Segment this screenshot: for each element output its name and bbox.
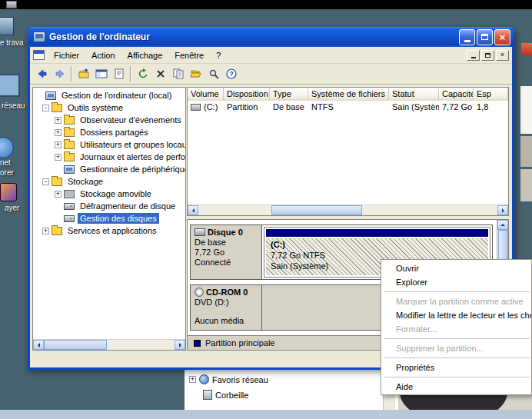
item-label: Favoris réseau — [212, 375, 268, 384]
menu-action[interactable]: Action — [85, 48, 121, 62]
menu-item-ouvrir[interactable]: Ouvrir — [381, 261, 531, 275]
expand-icon[interactable]: + — [55, 141, 62, 148]
table-row[interactable]: (C:) Partition De base NTFS Sain (Systèm… — [188, 101, 508, 113]
cell-statut: Sain (Système) — [389, 102, 439, 111]
desktop-icon-label[interactable]: e trava — [0, 38, 24, 47]
menu-separator — [384, 377, 530, 377]
cdrom-drive: DVD (D:) — [195, 298, 258, 308]
mdi-minimize-button[interactable] — [467, 50, 480, 61]
tree-item-corbeille[interactable]: Corbeille — [203, 390, 248, 400]
cdrom-label[interactable]: CD-ROM 0 DVD (D:) Aucun média — [191, 285, 262, 330]
tree-item-journaux-alertes[interactable]: + Journaux et alertes de perfo — [33, 151, 185, 163]
desktop-icon-label[interactable]: net — [0, 158, 11, 167]
expand-icon[interactable]: + — [55, 191, 62, 198]
menu-fenetre[interactable]: Fenêtre — [168, 48, 210, 62]
expand-icon[interactable]: + — [55, 129, 62, 136]
tree-item-gestion-des-disques[interactable]: Gestion des disques — [33, 212, 185, 224]
tree-item-defragmenteur[interactable]: Défragmenteur de disque — [33, 200, 185, 212]
collapse-icon[interactable]: - — [42, 105, 49, 111]
toolbar-separator — [130, 66, 131, 81]
up-one-level-icon[interactable] — [75, 65, 92, 82]
computer-management-icon — [33, 32, 45, 42]
column-header-filesystem[interactable]: Système de fichiers — [308, 88, 389, 101]
expand-icon[interactable]: + — [55, 117, 62, 124]
menu-separator — [384, 338, 530, 339]
network-icon — [199, 374, 209, 384]
column-header-statut[interactable]: Statut — [389, 88, 439, 101]
menu-fichier[interactable]: Fichier — [48, 48, 85, 62]
column-header-disposition[interactable]: Disposition — [224, 88, 270, 101]
export-list-icon[interactable] — [169, 65, 187, 82]
mdi-restore-button[interactable] — [481, 50, 494, 61]
desktop-icon-internet-explorer[interactable] — [0, 137, 14, 158]
cell-type: De base — [270, 102, 308, 111]
desktop-icon-travail[interactable] — [0, 17, 14, 35]
help-icon[interactable]: ? — [222, 65, 240, 82]
tree-item-stockage[interactable]: - Stockage — [33, 175, 185, 188]
edge-window-fragment — [520, 86, 532, 134]
title-bar[interactable]: Gestion de l'ordinateur × — [28, 27, 514, 47]
expand-icon[interactable]: + — [55, 154, 62, 161]
tree-item-dossiers-partages[interactable]: + Dossiers partagés — [33, 126, 185, 138]
close-button[interactable]: × — [494, 29, 510, 45]
scrollbar-thumb[interactable] — [44, 340, 107, 350]
cell-capacite: 7,72 Go — [439, 102, 474, 111]
minimize-button[interactable] — [459, 29, 475, 45]
menu-item-marquer-active: Marquer la partition comme active — [381, 294, 531, 308]
shared-folder-icon — [64, 128, 75, 137]
list-horizontal-scrollbar[interactable] — [188, 205, 508, 215]
column-header-espace[interactable]: Esp — [474, 88, 508, 101]
forward-icon[interactable] — [51, 65, 68, 82]
maximize-button[interactable] — [477, 29, 493, 45]
properties-icon[interactable] — [110, 65, 128, 82]
tree-item-utilisateurs-groupes[interactable]: + Utilisateurs et groupes locau — [33, 138, 185, 151]
menu-aide[interactable]: ? — [210, 48, 227, 62]
disk0-name: Disque 0 — [208, 228, 243, 237]
expand-icon[interactable]: + — [189, 376, 196, 383]
cdrom-icon — [195, 288, 204, 297]
scroll-left-icon[interactable] — [33, 340, 44, 350]
menu-affichage[interactable]: Affichage — [121, 48, 169, 62]
menu-item-explorer[interactable]: Explorer — [381, 275, 531, 289]
search-icon[interactable] — [204, 65, 222, 82]
collapse-icon[interactable]: - — [42, 178, 49, 185]
scroll-left-icon[interactable] — [188, 205, 198, 215]
storage-icon — [52, 178, 62, 186]
desktop-icon-reseau[interactable] — [0, 74, 20, 97]
column-header-type[interactable]: Type — [270, 88, 308, 101]
tree-item-label: Journaux et alertes de perfo — [78, 151, 185, 162]
desktop-icon-label[interactable]: réseau — [2, 101, 25, 110]
delete-icon[interactable] — [151, 65, 169, 82]
background-explorer-window: + Favoris réseau Corbeille — [185, 370, 398, 410]
column-header-capacite[interactable]: Capacité — [439, 88, 474, 101]
refresh-icon[interactable] — [134, 65, 151, 82]
volume-icon — [191, 104, 201, 111]
tree-horizontal-scrollbar[interactable] — [33, 339, 185, 350]
tree-item-observateur-evenements[interactable]: + Observateur d'événements — [33, 114, 185, 126]
tree-item-outils-systeme[interactable]: - Outils système — [33, 101, 185, 114]
tree-item-gestionnaire-peripherique[interactable]: Gestionnaire de périphérique — [33, 163, 185, 175]
expand-icon[interactable]: + — [42, 228, 49, 234]
mdi-close-button[interactable]: × — [496, 50, 509, 61]
menu-item-proprietes[interactable]: Propriétés — [381, 361, 531, 374]
desktop-icon-label[interactable]: ayer — [5, 204, 19, 212]
back-icon[interactable] — [33, 65, 51, 82]
open-folder-icon[interactable] — [187, 65, 204, 82]
tree-item-favoris-reseau[interactable]: + Favoris réseau — [189, 374, 268, 384]
show-hide-tree-icon[interactable] — [92, 65, 110, 82]
menu-item-modifier-lettre[interactable]: Modifier la lettre de lecteur et les che… — [381, 308, 531, 322]
scroll-up-icon[interactable] — [497, 220, 508, 230]
tree-item-stockage-amovible[interactable]: + Stockage amovible — [33, 188, 185, 200]
scrollbar-thumb[interactable] — [271, 205, 362, 215]
scroll-right-icon[interactable] — [175, 340, 185, 350]
disk0-label[interactable]: Disque 0 De base 7,72 Go Connecté — [191, 225, 262, 279]
tree-item-services-applications[interactable]: + Services et applications — [33, 224, 185, 237]
context-menu: Ouvrir Explorer Marquer la partition com… — [381, 259, 532, 395]
scroll-right-icon[interactable] — [497, 205, 508, 215]
tree-item-root[interactable]: Gestion de l'ordinateur (local) — [33, 89, 185, 101]
menu-item-aide[interactable]: Aide — [381, 380, 531, 394]
column-header-volume[interactable]: Volume — [188, 88, 224, 101]
desktop-icon-media-player[interactable] — [0, 183, 17, 201]
desktop-icon-label[interactable]: orer — [0, 168, 14, 177]
scrollbar-thumb[interactable] — [498, 230, 508, 262]
